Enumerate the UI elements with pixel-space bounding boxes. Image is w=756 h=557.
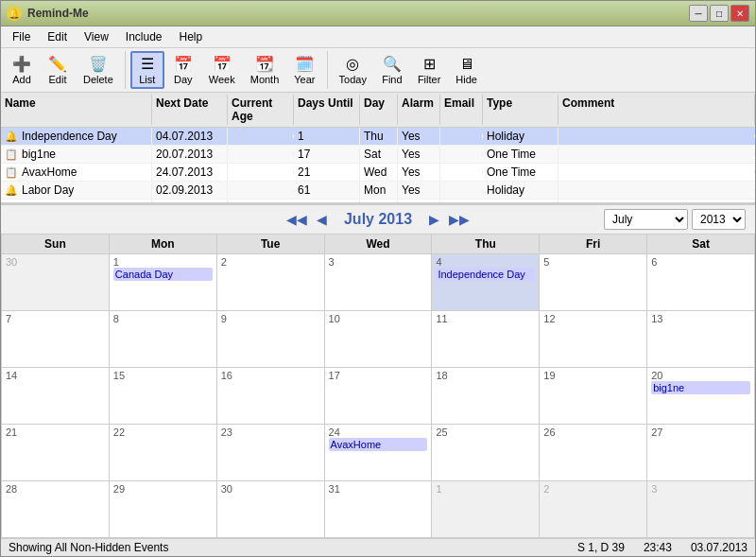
delete-button[interactable]: 🗑️ Delete <box>77 52 120 88</box>
month-select[interactable]: JanuaryFebruaryMarchAprilMayJuneJulyAugu… <box>604 209 688 230</box>
today-button[interactable]: ◎ Today <box>333 52 373 88</box>
hide-button[interactable]: 🖥 Hide <box>449 53 484 88</box>
list-label: List <box>139 74 155 85</box>
calendar-nav: ◀◀ ◀ July 2013 ▶ ▶▶ JanuaryFebruaryMarch… <box>1 205 755 234</box>
add-button[interactable]: ➕ Add <box>5 52 39 88</box>
filter-button[interactable]: ⊞ Filter <box>411 52 447 88</box>
menu-edit[interactable]: Edit <box>40 28 75 45</box>
calendar-day-cell[interactable]: 4Independence Day <box>432 254 540 311</box>
cell-email <box>440 152 483 156</box>
menu-help[interactable]: Help <box>172 28 211 45</box>
calendar-day-cell[interactable]: 2 <box>217 254 325 311</box>
calendar-day-cell[interactable]: 14 <box>2 368 110 425</box>
edit-button[interactable]: ✏️ Edit <box>41 52 75 88</box>
calendar-day-cell[interactable]: 5 <box>540 254 647 311</box>
calendar-day-cell[interactable]: 27 <box>647 425 755 481</box>
calendar-day-cell[interactable]: 25 <box>432 425 540 481</box>
today-icon: ◎ <box>346 55 359 73</box>
minimize-button[interactable]: ─ <box>689 5 708 22</box>
day-number: 19 <box>543 370 643 381</box>
calendar-day-cell[interactable]: 1Canada Day <box>110 254 217 311</box>
calendar-day-cell[interactable]: 11 <box>432 311 540 368</box>
day-number: 9 <box>221 313 320 324</box>
list-item[interactable]: 🔔Labor Day 02.09.2013 61 Mon Yes Holiday <box>1 182 755 200</box>
col-header-days[interactable]: Days Until <box>294 95 360 125</box>
col-header-type[interactable]: Type <box>483 95 558 125</box>
calendar-day-cell[interactable]: 7 <box>2 311 110 368</box>
list-item[interactable]: 🔔Grandparents' Day 08.09.2013 67 Sun Yes… <box>1 200 755 202</box>
nav-last-button[interactable]: ▶▶ <box>447 212 472 227</box>
close-button[interactable]: ✕ <box>730 5 749 22</box>
calendar-day-cell[interactable]: 18 <box>432 368 540 425</box>
day-number: 10 <box>329 313 428 324</box>
list-item[interactable]: 📋AvaxHome 24.07.2013 21 Wed Yes One Time <box>1 164 755 182</box>
calendar-day-cell[interactable]: 12 <box>540 311 647 368</box>
calendar-day-cell[interactable]: 6 <box>647 254 755 311</box>
week-label: Week <box>209 74 235 85</box>
status-right: S 1, D 39 23:43 03.07.2013 <box>577 541 747 554</box>
col-header-alarm[interactable]: Alarm <box>398 95 440 125</box>
menu-view[interactable]: View <box>77 28 116 45</box>
day-number: 3 <box>329 256 428 268</box>
calendar-day-cell[interactable]: 29 <box>110 481 217 538</box>
nav-first-button[interactable]: ◀◀ <box>284 212 309 227</box>
calendar-day-cell[interactable]: 24AvaxHome <box>325 425 433 481</box>
col-header-day[interactable]: Day <box>360 95 398 125</box>
year-select[interactable]: 201220132014 <box>692 209 746 230</box>
cell-name: 🔔Independence Day <box>1 128 152 145</box>
calendar-day-cell[interactable]: 26 <box>540 425 647 481</box>
calendar-day-cell[interactable]: 31 <box>325 481 433 538</box>
cell-alarm: Yes <box>398 164 440 181</box>
calendar-day-cell[interactable]: 20big1ne <box>647 368 755 425</box>
calendar-day-cell[interactable]: 10 <box>325 311 433 368</box>
calendar-day-cell[interactable]: 3 <box>325 254 433 311</box>
find-button[interactable]: 🔍 Find <box>375 52 409 88</box>
menu-include[interactable]: Include <box>118 28 170 45</box>
nav-next-button[interactable]: ▶ <box>427 212 441 227</box>
nav-prev-button[interactable]: ◀ <box>315 212 329 227</box>
day-number: 12 <box>543 313 643 324</box>
col-header-nextdate[interactable]: Next Date <box>152 95 228 125</box>
calendar-day-cell[interactable]: 22 <box>110 425 217 481</box>
calendar-day-cell[interactable]: 19 <box>540 368 647 425</box>
list-item[interactable]: 🔔Independence Day 04.07.2013 1 Thu Yes H… <box>1 128 755 146</box>
calendar-day-cell[interactable]: 9 <box>217 311 325 368</box>
month-button[interactable]: 📆 Month <box>244 52 286 88</box>
calendar-day-cell[interactable]: 23 <box>217 425 325 481</box>
day-number: 7 <box>6 313 105 324</box>
calendar-day-cell[interactable]: 13 <box>647 311 755 368</box>
col-header-age[interactable]: Current Age <box>228 95 294 125</box>
week-icon: 📅 <box>213 55 232 73</box>
calendar-day-cell[interactable]: 15 <box>110 368 217 425</box>
calendar-day-cell[interactable]: 21 <box>2 425 110 481</box>
calendar-event: Independence Day <box>436 268 535 281</box>
list-icon: ☰ <box>141 55 154 73</box>
calendar-day-cell[interactable]: 16 <box>217 368 325 425</box>
calendar-day-cell[interactable]: 2 <box>540 481 647 538</box>
col-header-name[interactable]: Name <box>1 95 152 125</box>
calendar-day-cell[interactable]: 30 <box>2 254 110 311</box>
year-button[interactable]: 🗓️ Year <box>287 52 321 88</box>
list-header: Name Next Date Current Age Days Until Da… <box>1 93 755 128</box>
calendar-day-cell[interactable]: 30 <box>217 481 325 538</box>
cell-alarm: Yes <box>398 200 440 202</box>
col-header-comment[interactable]: Comment <box>558 95 755 125</box>
calendar-day-cell[interactable]: 28 <box>2 481 110 538</box>
calendar-day-cell[interactable]: 17 <box>325 368 433 425</box>
week-button[interactable]: 📅 Week <box>202 52 242 88</box>
cell-type: Holiday <box>483 200 558 202</box>
calendar-day-cell[interactable]: 1 <box>432 481 540 538</box>
menu-file[interactable]: File <box>5 28 38 45</box>
day-button[interactable]: 📅 Day <box>166 52 200 88</box>
year-icon: 🗓️ <box>295 55 314 73</box>
list-button[interactable]: ☰ List <box>130 51 164 89</box>
day-number: 16 <box>221 370 320 381</box>
cell-type: Holiday <box>483 182 558 199</box>
menu-bar: File Edit View Include Help <box>1 26 755 48</box>
list-item[interactable]: 📋big1ne 20.07.2013 17 Sat Yes One Time <box>1 146 755 164</box>
calendar-day-cell[interactable]: 8 <box>110 311 217 368</box>
cell-alarm: Yes <box>398 146 440 163</box>
col-header-email[interactable]: Email <box>440 95 483 125</box>
calendar-day-cell[interactable]: 3 <box>647 481 755 538</box>
maximize-button[interactable]: □ <box>710 5 729 22</box>
